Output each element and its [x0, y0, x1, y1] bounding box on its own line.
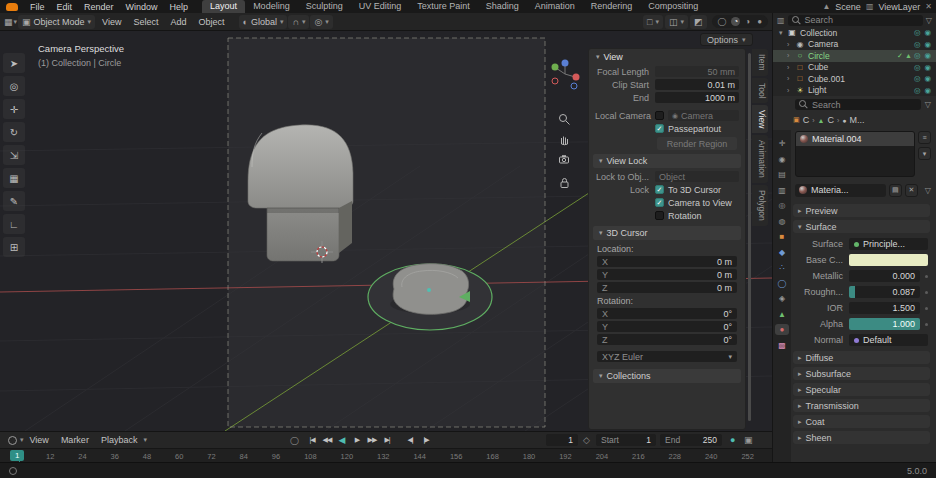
animate-dot-icon[interactable]: [925, 323, 928, 326]
gizmo-y-axis[interactable]: [552, 64, 559, 71]
gizmo-z-axis[interactable]: [562, 60, 569, 67]
workspace-tab-sculpting[interactable]: Sculpting: [298, 0, 351, 13]
clip-start-field[interactable]: 0.01 m: [655, 79, 739, 90]
expand-icon[interactable]: ›: [787, 64, 795, 71]
cursor-rotation-z-field[interactable]: Z0°: [597, 334, 737, 345]
render-visibility-icon[interactable]: ◉: [924, 74, 931, 83]
cursor-rotation-y-field[interactable]: Y0°: [597, 321, 737, 332]
outliner-filter-icon[interactable]: ▥: [777, 16, 785, 25]
properties-filter-icon[interactable]: ▽: [925, 100, 931, 109]
toolbar-tool-button[interactable]: ➤: [3, 53, 25, 73]
passepartout-checkbox[interactable]: ✓: [655, 124, 664, 133]
gizmo-x-neg[interactable]: [552, 78, 558, 84]
outliner-search-input[interactable]: Search: [788, 15, 923, 26]
expand-icon[interactable]: ›: [787, 75, 795, 82]
material-slot-active[interactable]: Material.004: [796, 132, 914, 146]
slot-move-button[interactable]: ▾: [918, 147, 931, 160]
n-panel-scrollbar[interactable]: [748, 53, 751, 421]
properties-tab-physics[interactable]: ◯: [775, 278, 789, 289]
circle-object[interactable]: [368, 264, 492, 330]
workspace-tab-modeling[interactable]: Modeling: [245, 0, 298, 13]
properties-tab-particles[interactable]: ∴: [775, 262, 789, 273]
view-lock-section-header[interactable]: ▾ View Lock: [593, 154, 741, 168]
workspace-tab-animation[interactable]: Animation: [527, 0, 583, 13]
animate-dot-icon[interactable]: [925, 291, 928, 294]
viewport-menu[interactable]: Select: [127, 17, 164, 27]
outliner-row-cube[interactable]: › □ Cube ◎◉: [773, 62, 936, 74]
metallic-slider[interactable]: 0.000: [849, 270, 920, 282]
material-section-collapsed[interactable]: ▸ Subsurface: [793, 367, 930, 380]
mode-dropdown[interactable]: ▣ Object Mode ▾: [18, 15, 95, 29]
shading-rendered-button[interactable]: ●: [755, 17, 764, 26]
menubar-menu[interactable]: File: [24, 2, 51, 12]
material-browse-dropdown[interactable]: Materia...: [795, 184, 886, 197]
outliner-row-light[interactable]: › ☀ Light ◎◉: [773, 85, 936, 97]
hide-icon[interactable]: ◎: [914, 51, 921, 60]
render-region-button[interactable]: Render Region: [657, 137, 737, 150]
render-visibility-icon[interactable]: ◉: [924, 28, 931, 37]
base-color-swatch[interactable]: [849, 254, 928, 266]
properties-tab-render[interactable]: ◉: [775, 154, 789, 165]
material-section-collapsed[interactable]: ▸ Coat: [793, 415, 930, 428]
outliner-row-collection[interactable]: ▾ ▣ Collection ◎◉: [773, 27, 936, 39]
lock-view-icon[interactable]: [555, 174, 573, 190]
outliner-filter-funnel-icon[interactable]: ▽: [926, 16, 932, 25]
transport-button[interactable]: ▶▶: [366, 436, 378, 444]
toolbar-tool-button[interactable]: ⇲: [3, 145, 25, 165]
focal-length-field[interactable]: 50 mm: [655, 66, 739, 77]
snap-toggle[interactable]: ∩ ▾: [288, 15, 309, 29]
outliner-row-cube-001[interactable]: › □ Cube.001 ◎◉: [773, 73, 936, 85]
shading-material-button[interactable]: ◑: [743, 17, 752, 26]
normal-input[interactable]: Default: [849, 334, 928, 346]
current-frame-field[interactable]: 1: [546, 434, 578, 446]
transport-button[interactable]: ◀: [336, 435, 348, 445]
render-visibility-icon[interactable]: ◉: [924, 51, 931, 60]
hide-icon[interactable]: ◎: [914, 63, 921, 72]
render-visibility-icon[interactable]: ◉: [924, 63, 931, 72]
toolbar-tool-button[interactable]: ✛: [3, 99, 25, 119]
xray-toggle[interactable]: ◩: [690, 15, 707, 29]
n-panel-tab-polygon[interactable]: Polygon: [752, 185, 768, 226]
menubar-menu[interactable]: Edit: [51, 2, 79, 12]
zoom-icon[interactable]: [555, 111, 573, 127]
cursor-rotation-x-field[interactable]: X0°: [597, 308, 737, 319]
show-gizmo-toggle[interactable]: □ ▾: [643, 15, 663, 29]
material-section-collapsed[interactable]: ▸ Diffuse: [793, 351, 930, 364]
timeline-editor-icon[interactable]: [8, 436, 17, 445]
material-section-collapsed[interactable]: ▸ Transmission: [793, 399, 930, 412]
workspace-tab-layout[interactable]: Layout: [202, 0, 245, 13]
shading-wireframe-button[interactable]: ◯: [716, 17, 729, 26]
scene-selector[interactable]: Scene: [835, 2, 861, 12]
properties-tab-object[interactable]: ■: [775, 231, 789, 242]
material-section-collapsed[interactable]: ▸ Sheen: [793, 431, 930, 444]
cursor-location-x-field[interactable]: X0 m: [597, 256, 737, 267]
sync-icon[interactable]: ●: [730, 435, 735, 445]
menubar-menu[interactable]: Help: [164, 2, 195, 12]
breadcrumb-object[interactable]: ▣C: [793, 115, 809, 125]
editor-type-icon[interactable]: ▦: [4, 17, 13, 27]
camera-view-icon[interactable]: [555, 151, 573, 167]
properties-tab-tool[interactable]: ✛: [775, 138, 789, 149]
workspace-tab-uv-editing[interactable]: UV Editing: [351, 0, 410, 13]
properties-search-input[interactable]: Search: [795, 99, 921, 110]
toolbar-tool-button[interactable]: ∟: [3, 214, 25, 234]
unlink-material-button[interactable]: ✕: [905, 184, 918, 197]
options-button[interactable]: Options ▾: [700, 33, 753, 46]
lock-to-3d-cursor-checkbox[interactable]: ✓: [655, 185, 664, 194]
editor-type-chevron-icon[interactable]: ▾: [14, 18, 18, 26]
properties-tab-object-data[interactable]: ▲: [775, 309, 789, 320]
expand-icon[interactable]: ›: [787, 41, 795, 48]
toolbar-tool-button[interactable]: ↻: [3, 122, 25, 142]
breadcrumb-material[interactable]: ●M...: [842, 115, 864, 125]
toolbar-tool-button[interactable]: ⊞: [3, 237, 25, 257]
proportional-edit-toggle[interactable]: ◎ ▾: [310, 15, 332, 29]
local-camera-field[interactable]: ◉ Camera: [668, 110, 739, 121]
cursor-location-y-field[interactable]: Y0 m: [597, 269, 737, 280]
menubar-menu[interactable]: Window: [120, 2, 164, 12]
ior-slider[interactable]: 1.500: [849, 302, 920, 314]
preview-section-header[interactable]: ▸ Preview: [793, 204, 930, 217]
hide-icon[interactable]: ◎: [914, 28, 921, 37]
properties-tab-scene[interactable]: ◎: [775, 200, 789, 211]
workspace-tab-shading[interactable]: Shading: [478, 0, 527, 13]
material-filter-icon[interactable]: ▽: [925, 186, 931, 195]
